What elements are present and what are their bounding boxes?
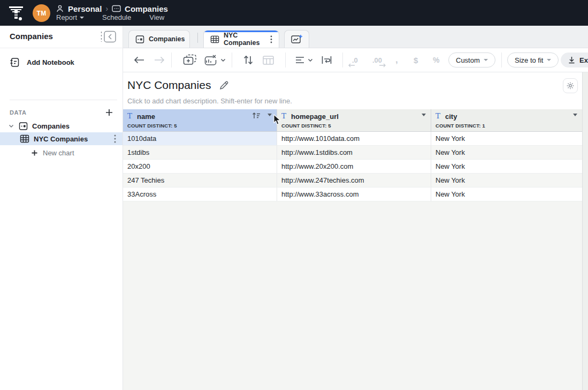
percent-format-button[interactable]: % xyxy=(433,48,439,72)
align-button[interactable] xyxy=(295,48,313,72)
menu-view[interactable]: View xyxy=(149,13,164,21)
tab-divider xyxy=(197,33,198,43)
notebook-icon xyxy=(10,57,20,68)
sidebar-item-new-chart[interactable]: New chart xyxy=(0,146,123,159)
table-row: 1010data http://www.1010data.com New Yor… xyxy=(123,132,582,146)
chevron-down-icon xyxy=(484,59,488,61)
breadcrumb-report[interactable]: Companies xyxy=(125,4,168,13)
breadcrumb-separator: › xyxy=(105,4,108,13)
menu-schedule[interactable]: Schedule xyxy=(102,13,131,21)
table-cell[interactable]: New York xyxy=(431,188,582,201)
tab-companies[interactable]: Companies xyxy=(128,30,190,48)
table-cell[interactable]: http://www.20x200.com xyxy=(277,160,431,174)
undo-button[interactable] xyxy=(134,48,144,72)
table-icon xyxy=(20,134,29,144)
chart-panel: NYC Companies Click to add chart descrip… xyxy=(123,72,588,390)
toolbar-divider xyxy=(285,52,286,68)
person-icon xyxy=(56,4,64,13)
data-section-header: DATA xyxy=(0,106,123,120)
toolbar-divider xyxy=(232,52,232,68)
table-cell[interactable]: 1010data xyxy=(123,132,277,146)
chevron-down-icon[interactable] xyxy=(8,123,14,129)
active-tab-indicator xyxy=(204,31,279,32)
chevron-down-icon xyxy=(80,17,84,19)
table-cell[interactable]: New York xyxy=(431,132,582,146)
chart-settings-button[interactable] xyxy=(563,78,578,93)
table-columns-button[interactable] xyxy=(263,48,274,72)
column-header-name[interactable]: T name COUNT DISTINCT: 5 xyxy=(123,109,277,131)
wrap-text-button[interactable] xyxy=(322,48,332,72)
download-icon xyxy=(568,56,575,64)
sort-ascending-icon[interactable] xyxy=(252,112,261,119)
kebab-menu-icon[interactable] xyxy=(270,35,272,43)
report-icon xyxy=(112,5,121,13)
table-cell[interactable]: New York xyxy=(431,160,582,174)
tree-item-label: New chart xyxy=(43,149,74,157)
table-cell[interactable]: 20x200 xyxy=(123,160,277,174)
sidebar-divider xyxy=(10,100,117,100)
column-menu-icon[interactable] xyxy=(268,114,272,116)
chart-description-placeholder[interactable]: Click to add chart description. Shift-en… xyxy=(127,97,292,105)
breadcrumb-workspace[interactable]: Personal xyxy=(68,4,102,13)
table-cell[interactable]: 33Across xyxy=(123,188,277,201)
export-button[interactable]: Export xyxy=(561,52,588,68)
tab-new-chart[interactable] xyxy=(284,30,309,48)
tree-item-label: Companies xyxy=(32,122,70,130)
table-cell[interactable]: http://www.247techies.com xyxy=(277,174,431,188)
kebab-menu-icon[interactable] xyxy=(114,134,116,143)
data-section-label: DATA xyxy=(10,109,27,116)
table-cell[interactable]: 1stdibs xyxy=(123,146,277,160)
toolbar-divider xyxy=(501,52,502,68)
tree-item-label: NYC Companies xyxy=(34,135,88,143)
tab-nyc-companies[interactable]: NYC Companies xyxy=(203,30,279,48)
table-header-row: T name COUNT DISTINCT: 5 T homepage_url xyxy=(123,109,582,132)
table-row: 20x200 http://www.20x200.com New York xyxy=(123,160,582,174)
thousands-separator-button[interactable]: , xyxy=(395,48,398,72)
add-data-button[interactable] xyxy=(104,108,114,117)
delete-chart-button[interactable] xyxy=(203,48,226,72)
text-type-icon: T xyxy=(436,112,440,120)
decrease-decimal-button[interactable]: .0 xyxy=(352,48,358,72)
add-notebook-label: Add Notebook xyxy=(27,58,74,66)
column-menu-icon[interactable] xyxy=(573,114,577,116)
currency-format-button[interactable]: $ xyxy=(414,48,418,72)
table-cell[interactable]: 247 Techies xyxy=(123,174,277,188)
table-cell[interactable]: New York xyxy=(431,146,582,160)
top-bar: TM Personal › Companies Report Schedule … xyxy=(0,0,588,26)
column-menu-icon[interactable] xyxy=(422,114,426,116)
collapse-sidebar-button[interactable] xyxy=(101,31,117,43)
chevron-down-icon xyxy=(547,59,551,61)
table-row: 247 Techies http://www.247techies.com Ne… xyxy=(123,174,582,188)
sidebar-item-nyc-companies[interactable]: NYC Companies xyxy=(0,132,123,145)
table-row: 33Across http://www.33across.com New Yor… xyxy=(123,188,582,201)
increase-decimal-button[interactable]: .00 xyxy=(372,48,382,72)
avatar[interactable]: TM xyxy=(33,4,50,22)
toolbar-divider xyxy=(171,52,172,68)
chart-title[interactable]: NYC Companies xyxy=(127,79,211,92)
table-row: 1stdibs http://www.1stdibs.com New York xyxy=(123,146,582,160)
sidebar-item-companies-notebook[interactable]: Companies xyxy=(0,119,123,132)
top-menu: Report Schedule View xyxy=(56,13,164,21)
column-header-city[interactable]: T city COUNT DISTINCT: 1 xyxy=(431,109,582,131)
table-cell[interactable]: New York xyxy=(431,174,582,188)
tab-label: Companies xyxy=(149,35,185,43)
custom-format-dropdown[interactable]: Custom xyxy=(448,52,495,68)
edit-title-icon[interactable] xyxy=(219,81,228,90)
text-type-icon: T xyxy=(127,112,132,120)
sidebar-title: Companies xyxy=(10,32,53,41)
size-to-fit-dropdown[interactable]: Size to fit xyxy=(507,52,559,68)
redo-button[interactable] xyxy=(154,48,165,72)
duplicate-chart-button[interactable] xyxy=(183,48,197,72)
scrollbar-gutter[interactable] xyxy=(582,72,588,390)
table-cell[interactable]: http://www.33across.com xyxy=(277,188,431,201)
trevor-logo xyxy=(9,5,25,22)
sort-button[interactable] xyxy=(243,48,254,72)
table-cell[interactable]: http://www.1stdibs.com xyxy=(277,146,431,160)
column-header-homepage-url[interactable]: T homepage_url COUNT DISTINCT: 5 xyxy=(277,109,431,131)
toolbar-divider xyxy=(342,52,343,68)
notebook-icon xyxy=(19,122,28,131)
table-cell[interactable]: http://www.1010data.com xyxy=(277,132,431,146)
add-notebook-button[interactable]: Add Notebook xyxy=(0,52,123,72)
menu-report[interactable]: Report xyxy=(56,13,84,21)
data-table: T name COUNT DISTINCT: 5 T homepage_url xyxy=(123,109,582,201)
